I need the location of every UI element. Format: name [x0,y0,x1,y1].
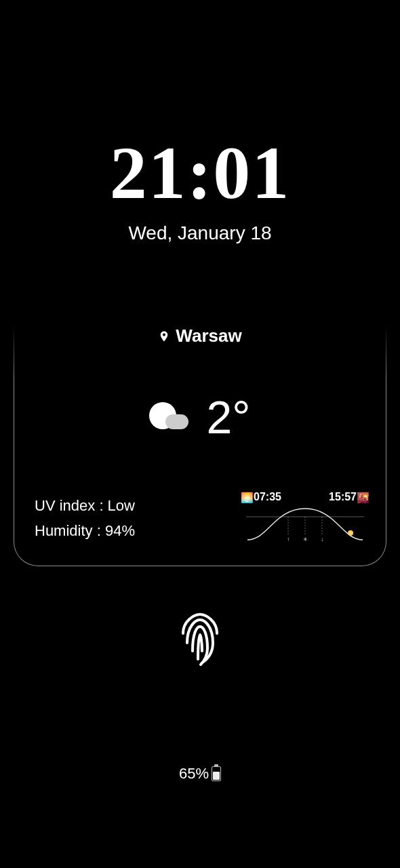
weather-widget[interactable]: Warsaw 2° UV index : Low Humidity : 94% … [14,326,386,566]
weather-temperature: 2° [206,394,250,440]
uv-index: UV index : Low [35,493,135,518]
sunset-time: 15:57 [329,491,357,503]
weather-location-row: Warsaw [31,326,369,347]
weather-detail-row: UV index : Low Humidity : 94% 🌅 07:35 15… [35,491,369,545]
weather-city: Warsaw [176,326,241,347]
battery-status: 65% [0,765,400,783]
battery-percent: 65% [179,765,209,783]
svg-text:↓: ↓ [321,536,323,542]
weather-current-row: 2° [31,394,369,440]
svg-text:✳: ✳ [303,536,308,542]
clock-date: Wed, January 18 [0,222,400,244]
sunrise-time: 07:35 [254,491,281,503]
clock-time: 21:01 [0,136,400,210]
fingerprint-icon [174,610,226,669]
cloudy-icon [149,402,190,432]
sun-curve-icon: ↑ ✳ ↓ [241,505,369,542]
humidity: Humidity : 94% [35,518,135,543]
sunrise-icon: 🌅 [241,492,254,502]
svg-text:↑: ↑ [287,536,289,542]
clock-block: 21:01 Wed, January 18 [0,136,400,244]
sunset-icon: 🌇 [357,492,369,502]
battery-icon [212,766,221,781]
weather-detail-text: UV index : Low Humidity : 94% [35,493,135,544]
fingerprint-unlock[interactable] [174,610,226,671]
location-pin-icon [158,329,170,344]
sun-path-graph: 🌅 07:35 15:57 🌇 ↑ ✳ ↓ [241,491,369,545]
svg-point-7 [348,530,353,536]
